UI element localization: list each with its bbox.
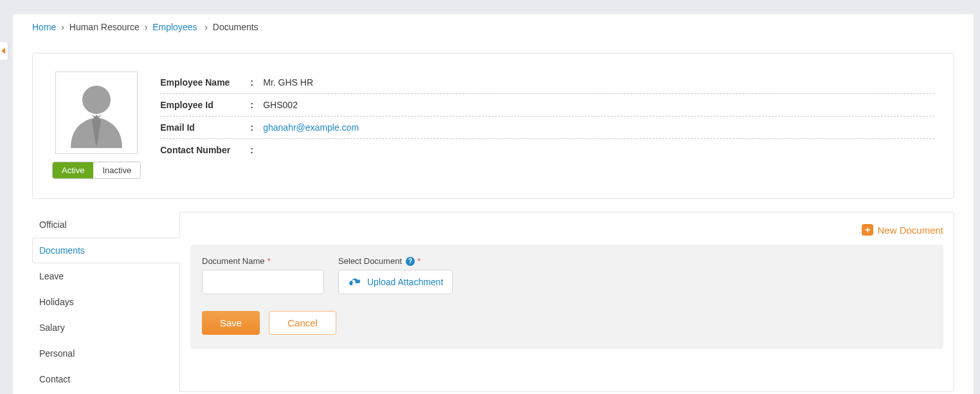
panel-header: + New Document [190, 224, 943, 236]
tab-contact[interactable]: Contact [32, 366, 180, 392]
lower-section: Official Documents Leave Holidays Salary… [32, 212, 954, 392]
breadcrumb-sep: › [145, 22, 148, 32]
form-actions: Save Cancel [202, 311, 932, 335]
avatar [55, 71, 138, 154]
plus-icon: + [862, 224, 873, 236]
breadcrumb-sep: › [61, 22, 64, 32]
documents-panel: + New Document Document Name * [179, 212, 954, 392]
tab-leave[interactable]: Leave [32, 263, 180, 289]
value-employee-id: GHS002 [263, 100, 298, 110]
breadcrumb-home[interactable]: Home [32, 22, 56, 32]
employee-info: Employee Name : Mr. GHS HR Employee Id :… [160, 71, 934, 161]
new-document-button[interactable]: + New Document [862, 224, 943, 236]
breadcrumb-hr[interactable]: Human Resource [69, 22, 140, 32]
label-document-name: Document Name * [202, 256, 324, 266]
label-email: Email Id [160, 122, 250, 133]
caret-left-icon [1, 48, 6, 54]
label-select-document: Select Document ? * [338, 256, 453, 266]
tab-personal[interactable]: Personal [32, 341, 180, 366]
required-mark: * [417, 256, 421, 266]
status-toggle: Active Inactive [52, 162, 141, 179]
label-contact: Contact Number [160, 145, 250, 155]
value-employee-name: Mr. GHS HR [263, 77, 313, 88]
info-row-name: Employee Name : Mr. GHS HR [160, 71, 934, 94]
employee-card: Active Inactive Employee Name : Mr. GHS … [32, 53, 954, 199]
sidebar-toggle[interactable] [0, 42, 8, 60]
info-row-contact: Contact Number : [160, 139, 934, 161]
field-select-document: Select Document ? * Upload Attachment [338, 256, 453, 294]
field-document-name: Document Name * [202, 256, 324, 294]
breadcrumb-employees[interactable]: Employees [152, 22, 197, 32]
cloud-upload-icon [348, 277, 361, 287]
breadcrumb: Home › Human Resource › Employees › Docu… [13, 14, 974, 40]
avatar-column: Active Inactive [52, 71, 141, 179]
info-row-id: Employee Id : GHS002 [160, 94, 934, 117]
new-document-label: New Document [877, 225, 943, 236]
info-row-email: Email Id : ghanahr@example.com [160, 117, 934, 139]
tab-official[interactable]: Official [32, 212, 180, 238]
upload-attachment-button[interactable]: Upload Attachment [338, 270, 453, 294]
avatar-placeholder-icon [61, 77, 132, 148]
help-icon[interactable]: ? [406, 257, 415, 266]
svg-point-0 [82, 86, 111, 114]
document-form: Document Name * Select Document ? * [190, 245, 943, 349]
value-email[interactable]: ghanahr@example.com [263, 122, 359, 133]
label-employee-name: Employee Name [160, 77, 250, 88]
tab-holidays[interactable]: Holidays [32, 289, 180, 315]
page-container: Home › Human Resource › Employees › Docu… [13, 14, 974, 394]
save-button[interactable]: Save [202, 311, 260, 335]
upload-attachment-label: Upload Attachment [367, 277, 443, 287]
required-mark: * [268, 256, 271, 266]
breadcrumb-sep: › [202, 22, 208, 32]
tab-list: Official Documents Leave Holidays Salary… [32, 212, 180, 392]
label-employee-id: Employee Id [160, 100, 250, 110]
status-active-button[interactable]: Active [53, 162, 93, 178]
breadcrumb-current: Documents [213, 22, 259, 32]
tab-documents[interactable]: Documents [32, 238, 180, 263]
document-name-input[interactable] [202, 270, 324, 294]
tab-salary[interactable]: Salary [32, 315, 180, 341]
status-inactive-button[interactable]: Inactive [93, 162, 140, 178]
cancel-button[interactable]: Cancel [269, 311, 336, 335]
